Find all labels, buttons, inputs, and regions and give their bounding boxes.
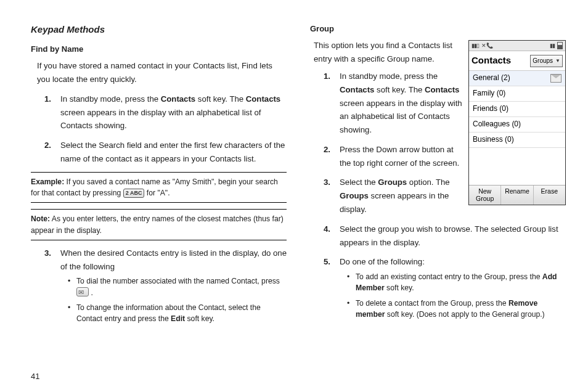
text: soft key. [185,314,214,323]
find-step3-bullets: To dial the number associated with the n… [68,276,287,324]
signal-icon-2: ▮▮ [550,41,555,51]
no-call-icon: ✕📞 [481,41,493,51]
groups-bold: Groups [340,191,369,200]
text: soft key. The [374,85,425,94]
contacts-bold: Contacts [246,94,280,104]
group-step-2: Press the Down arrow button at the top r… [324,143,566,170]
groups-bold: Groups [378,178,407,187]
text: In standby mode, press the [60,94,161,104]
text: soft key. (Does not apply to the General… [385,310,544,319]
edit-bold: Edit [171,314,185,323]
group-step-4: Select the group you wish to browse. The… [324,223,566,250]
phone-titlebar: Contacts Groups ▼ [469,51,565,71]
find-by-name-heading: Find by Name [31,43,287,55]
bullet-edit: To change the information about the Cont… [68,302,287,325]
find-steps-cont: When the desired Contacts entry is liste… [44,247,287,325]
find-steps: In standby mode, press the Contacts soft… [44,92,287,166]
contacts-bold: Contacts [425,85,459,94]
text: To add an existing contact entry to the … [356,272,542,281]
bullet-add-member: To add an existing contact entry to the … [347,271,566,294]
text: When the desired Contacts entry is liste… [60,248,287,271]
note-label: Note: [31,214,50,223]
note-box: Note: As you enter letters, the entry na… [31,209,287,240]
text: To dial the number associated with the n… [76,277,280,285]
text: Do one of the following: [340,257,425,266]
note-text: As you enter letters, the entry names of… [31,214,284,234]
contacts-bold: Contacts [340,85,374,94]
phone-title: Contacts [472,53,530,68]
find-step-1: In standby mode, press the Contacts soft… [44,92,287,133]
bullet-dial: To dial the number associated with the n… [68,276,287,298]
group-step5-bullets: To add an existing contact entry to the … [347,271,566,320]
bullet-remove-member: To delete a contact from the Group, pres… [347,298,566,321]
text: screen appears in the display with an al… [60,108,261,131]
group-heading: Group [310,22,566,35]
text: screen appears in the display with an al… [340,99,462,135]
text: To change the information about the Cont… [76,303,261,323]
contacts-bold: Contacts [161,94,195,104]
text: . [89,288,93,297]
battery-icon [557,42,563,49]
keypad-methods-heading: Keypad Methods [31,22,287,38]
find-step-3: When the desired Contacts entry is liste… [44,247,287,325]
text: In standby mode, press the [340,71,438,81]
dropdown-label: Groups [533,56,553,67]
example-label: Example: [31,178,64,186]
page-number: 41 [31,372,39,381]
right-column: Group ▮▮▯ ✕📞 ▮▮ Contacts Groups ▼ [310,22,566,380]
groups-dropdown[interactable]: Groups ▼ [530,55,563,68]
find-step-2: Select the Search field and enter the fi… [44,139,287,166]
signal-icon: ▮▮▯ [472,41,479,51]
example-box: Example: If you saved a contact name as … [31,172,287,203]
group-step-1: In standby mode, press the Contacts soft… [324,70,566,137]
text: option. The [407,178,449,187]
text: soft key. [385,284,414,292]
group-steps: In standby mode, press the Contacts soft… [324,70,566,320]
group-step-3: Select the Groups option. The Groups scr… [324,176,566,216]
group-step-5: Do one of the following: To add an exist… [324,255,566,320]
key-2abc-icon: 2 ABC [123,189,145,198]
text: Select the [340,178,378,187]
text: soft key. The [195,94,246,104]
chevron-down-icon: ▼ [555,57,560,65]
text: To delete a contact from the Group, pres… [356,299,508,308]
find-intro: If you have stored a named contact in yo… [37,59,287,86]
phone-statusbar: ▮▮▯ ✕📞 ▮▮ [469,41,565,51]
example-text-b: for "A". [144,189,169,197]
message-key-icon [76,287,89,296]
left-column: Keypad Methods Find by Name If you have … [31,22,287,380]
